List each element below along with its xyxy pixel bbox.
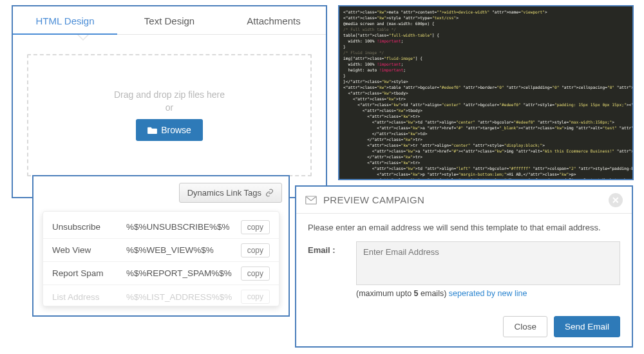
dialog-close-button[interactable]: ✕ xyxy=(609,193,623,207)
code-editor[interactable]: <"attr">class="kw">meta "attr">content="… xyxy=(338,5,634,180)
tab-attachments[interactable]: Attachments xyxy=(222,6,326,34)
dialog-title: PREVIEW CAMPAIGN xyxy=(323,194,424,205)
dialog-instruction: Please enter an email address we will se… xyxy=(308,223,620,232)
table-row: Report Spam%$%REPORT_SPAM%$%copy xyxy=(43,262,279,285)
tag-name: Web View xyxy=(52,245,126,255)
envelope-icon xyxy=(305,196,317,205)
dynamic-link-tags-label: Dynamics Link Tags xyxy=(187,188,261,198)
email-input[interactable] xyxy=(356,241,620,285)
preview-campaign-dialog: PREVIEW CAMPAIGN ✕ Please enter an email… xyxy=(295,185,633,348)
copy-button[interactable]: copy xyxy=(241,243,270,257)
copy-button[interactable]: copy xyxy=(241,266,270,281)
browse-label: Browse xyxy=(161,125,191,135)
tag-name: List Address xyxy=(52,292,126,302)
tab-bar: HTML Design Text Design Attachments xyxy=(13,6,326,35)
dynamic-link-tags-button[interactable]: Dynamics Link Tags xyxy=(179,183,282,203)
folder-icon xyxy=(147,126,157,134)
email-form: Email : xyxy=(308,241,620,285)
dropzone-hint: Drag and drop zip files here xyxy=(114,89,225,100)
close-icon: ✕ xyxy=(612,195,620,205)
table-row: Unsubscribe%$%UNSUBSCRIBE%$%copy xyxy=(43,216,279,239)
tag-value: %$%WEB_VIEW%$% xyxy=(126,245,241,255)
table-row: Web View%$%WEB_VIEW%$%copy xyxy=(43,239,279,262)
send-email-button[interactable]: Send Email xyxy=(554,316,620,337)
tag-value: %$%LIST_ADDRESS%$% xyxy=(126,292,241,302)
tag-name: Report Spam xyxy=(52,268,126,278)
copy-button[interactable]: copy xyxy=(241,290,270,304)
dialog-header: PREVIEW CAMPAIGN ✕ xyxy=(296,187,632,214)
table-row: List Address%$%LIST_ADDRESS%$%copy xyxy=(43,285,279,308)
html-design-panel: HTML Design Text Design Attachments Drag… xyxy=(12,5,327,198)
tag-name: Unsubscribe xyxy=(52,222,126,232)
link-icon xyxy=(265,189,274,197)
dialog-body: Please enter an email address we will se… xyxy=(296,214,632,298)
tab-html-design[interactable]: HTML Design xyxy=(13,6,117,34)
browse-button[interactable]: Browse xyxy=(136,119,203,141)
tab-text-design[interactable]: Text Design xyxy=(117,6,222,34)
copy-button[interactable]: copy xyxy=(241,220,270,234)
dialog-actions: Close Send Email xyxy=(503,316,620,337)
close-button[interactable]: Close xyxy=(503,316,547,337)
file-dropzone[interactable]: Drag and drop zip files here or Browse xyxy=(27,54,312,176)
email-label: Email : xyxy=(308,241,356,285)
tab-indicator xyxy=(77,35,89,41)
email-note: (maximum upto 5 emails) seperated by new… xyxy=(356,289,620,298)
dynamic-tags-panel: Dynamics Link Tags Unsubscribe%$%UNSUBSC… xyxy=(32,175,290,317)
tags-table: Unsubscribe%$%UNSUBSCRIBE%$%copyWeb View… xyxy=(43,211,279,306)
dropzone-or: or xyxy=(166,102,173,113)
tag-value: %$%UNSUBSCRIBE%$% xyxy=(126,222,241,232)
tag-value: %$%REPORT_SPAM%$% xyxy=(126,268,241,278)
